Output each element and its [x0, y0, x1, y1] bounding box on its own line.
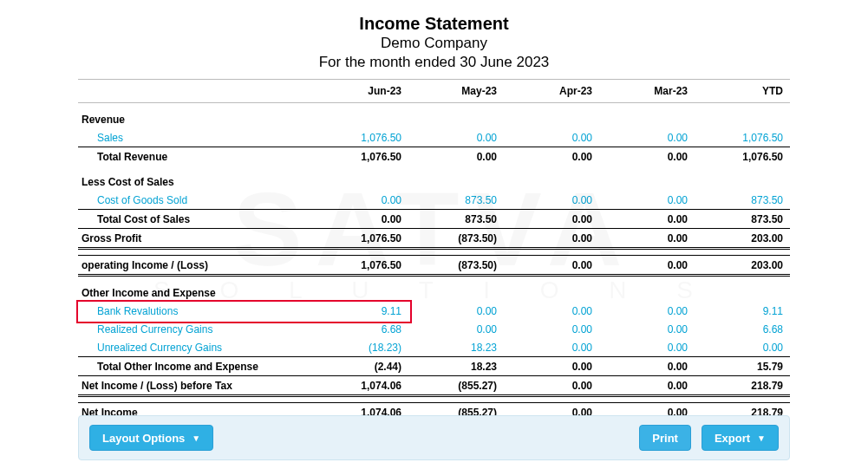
print-label: Print [652, 432, 678, 445]
report-company: Demo Company [78, 34, 790, 53]
export-label: Export [715, 432, 750, 445]
row-total-other: Total Other Income and Expense (2.44) 18… [78, 357, 790, 376]
section-other: Other Income and Expense [78, 276, 790, 303]
col-ytd: YTD [695, 80, 790, 103]
footer-bar: Layout Options ▼ Print Export ▼ [78, 415, 790, 460]
income-statement-table: Jun-23 May-23 Apr-23 Mar-23 YTD Revenue … [78, 79, 790, 451]
report-title: Income Statement [78, 13, 790, 34]
report-period: For the month ended 30 June 2023 [78, 53, 790, 72]
chevron-down-icon: ▼ [757, 433, 766, 443]
chevron-down-icon: ▼ [192, 433, 200, 443]
section-revenue: Revenue [78, 103, 790, 129]
row-operating-income: operating Income / (Loss) 1,076.50 (873.… [78, 256, 790, 276]
row-sales[interactable]: Sales 1,076.50 0.00 0.00 0.00 1,076.50 [78, 128, 790, 147]
layout-options-label: Layout Options [102, 432, 185, 445]
table-header-row: Jun-23 May-23 Apr-23 Mar-23 YTD [78, 80, 790, 103]
col-apr: Apr-23 [504, 80, 599, 103]
row-net-before-tax: Net Income / (Loss) before Tax 1,074.06 … [78, 376, 790, 396]
col-may: May-23 [408, 80, 504, 103]
row-total-cost-sales: Total Cost of Sales 0.00 873.50 0.00 0.0… [78, 210, 790, 229]
row-unrealized-gains[interactable]: Unrealized Currency Gains (18.23) 18.23 … [78, 338, 790, 357]
row-bank-revaluations[interactable]: Bank Revalutions 9.11 0.00 0.00 0.00 9.1… [78, 302, 790, 320]
row-cogs[interactable]: Cost of Goods Sold 0.00 873.50 0.00 0.00… [78, 191, 790, 210]
col-mar: Mar-23 [599, 80, 695, 103]
row-total-revenue: Total Revenue 1,076.50 0.00 0.00 0.00 1,… [78, 147, 790, 166]
label-sales: Sales [78, 128, 313, 147]
row-gross-profit: Gross Profit 1,076.50 (873.50) 0.00 0.00… [78, 229, 790, 249]
col-jun: Jun-23 [313, 80, 408, 103]
col-blank [78, 80, 313, 103]
layout-options-button[interactable]: Layout Options ▼ [89, 425, 213, 451]
row-realized-gains[interactable]: Realized Currency Gains 6.68 0.00 0.00 0… [78, 320, 790, 338]
export-button[interactable]: Export ▼ [702, 425, 779, 451]
section-less-cost: Less Cost of Sales [78, 166, 790, 191]
print-button[interactable]: Print [639, 425, 691, 451]
